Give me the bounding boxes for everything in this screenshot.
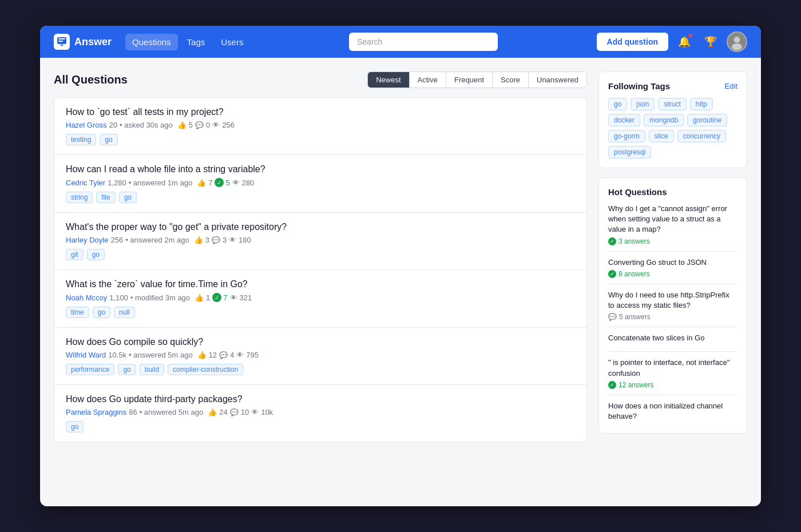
following-tag[interactable]: postgresql: [608, 146, 651, 158]
tag[interactable]: build: [140, 364, 164, 375]
nav-tags[interactable]: Tags: [180, 34, 212, 50]
tab-score[interactable]: Score: [493, 72, 529, 88]
following-tag[interactable]: json: [631, 98, 655, 110]
tag[interactable]: string: [66, 192, 93, 203]
like-count: 7: [208, 178, 212, 187]
tag[interactable]: go: [87, 249, 105, 260]
tab-newest[interactable]: Newest: [368, 72, 409, 88]
comment-count: 4: [230, 351, 234, 359]
nav-questions[interactable]: Questions: [125, 34, 178, 50]
tag[interactable]: go: [119, 192, 137, 203]
question-title[interactable]: How does Go update third-party packages?: [66, 394, 575, 404]
view-count: 321: [240, 293, 252, 302]
question-title[interactable]: How does Go compile so quickly?: [66, 337, 575, 347]
hot-question-title[interactable]: Converting Go struct to JSON: [608, 257, 737, 268]
following-tag[interactable]: go-gorm: [608, 130, 645, 142]
question-author[interactable]: Hazel Gross: [66, 121, 107, 129]
search-input[interactable]: [349, 33, 498, 51]
tab-unanswered[interactable]: Unanswered: [529, 72, 586, 88]
header: Answer Questions Tags Users Add question…: [40, 26, 761, 58]
following-tag[interactable]: http: [690, 98, 713, 110]
view-count: 256: [222, 121, 235, 129]
hot-question-item: Why do I need to use http.StripPrefix to…: [608, 284, 737, 327]
meta-separator: • asked 30s ago: [120, 121, 173, 129]
tag[interactable]: performance: [66, 364, 114, 375]
hot-answer-label: 12 answers: [618, 381, 653, 389]
question-author[interactable]: Cedric Tyler: [66, 178, 105, 187]
question-item: How does Go compile so quickly? Wilfrid …: [54, 328, 586, 385]
tag[interactable]: go: [93, 307, 110, 318]
logo[interactable]: Answer: [54, 34, 112, 50]
filter-tabs: Newest Active Frequent Score Unanswered: [367, 72, 587, 88]
eye-icon: 👁: [236, 351, 244, 359]
hot-question-title[interactable]: " is pointer to interface, not interface…: [608, 358, 737, 378]
hot-questions-card: Hot Questions Why do I get a "cannot ass…: [598, 177, 747, 434]
search-wrap: [264, 33, 582, 51]
notifications-button[interactable]: 🔔: [674, 31, 695, 52]
tag[interactable]: go: [100, 134, 117, 145]
avatar[interactable]: [727, 31, 747, 52]
nav-users[interactable]: Users: [214, 34, 250, 50]
tag[interactable]: null: [114, 307, 135, 318]
tag[interactable]: time: [66, 307, 89, 318]
tag[interactable]: go: [118, 364, 136, 375]
eye-icon: 👁: [251, 408, 259, 416]
following-tag[interactable]: go: [608, 98, 627, 110]
question-item: How does Go update third-party packages?…: [54, 385, 586, 442]
hot-answer-count: ✓ 8 answers: [608, 270, 737, 278]
tag[interactable]: file: [96, 192, 115, 203]
questions-list: How to `go test` all tests in my project…: [54, 97, 587, 442]
author-score: 1,280: [108, 178, 126, 187]
hot-questions-title: Hot Questions: [608, 187, 667, 197]
tag[interactable]: testing: [66, 134, 96, 145]
following-tag[interactable]: docker: [608, 114, 640, 126]
tag[interactable]: git: [66, 249, 84, 260]
like-count: 5: [189, 121, 193, 129]
hot-question-title[interactable]: Concatenate two slices in Go: [608, 333, 737, 343]
question-title[interactable]: What's the proper way to "go get" a priv…: [66, 222, 575, 232]
sidebar: Following Tags Edit gojsonstructhttpdock…: [598, 72, 747, 443]
question-title[interactable]: How to `go test` all tests in my project…: [66, 107, 575, 117]
spacer: 👍: [194, 236, 203, 244]
following-tag[interactable]: struct: [658, 98, 686, 110]
question-author[interactable]: Noah Mccoy: [66, 293, 107, 302]
tag[interactable]: go: [66, 421, 84, 432]
question-author[interactable]: Wilfrid Ward: [66, 351, 106, 359]
following-tag[interactable]: mongodb: [644, 114, 684, 126]
hot-question-title[interactable]: Why do I need to use http.StripPrefix to…: [608, 290, 737, 311]
question-author[interactable]: Pamela Spraggins: [66, 408, 126, 416]
question-author[interactable]: Harley Doyle: [66, 236, 108, 244]
hot-question-title[interactable]: How does a non initialized channel behav…: [608, 401, 737, 422]
tab-active[interactable]: Active: [410, 72, 446, 88]
question-title[interactable]: How can I read a whole file into a strin…: [66, 164, 575, 174]
edit-tags-link[interactable]: Edit: [725, 82, 737, 90]
question-tags: timegonull: [66, 307, 575, 318]
question-title[interactable]: What is the `zero` value for time.Time i…: [66, 279, 575, 289]
trophy-button[interactable]: 🏆: [700, 31, 721, 52]
trophy-icon: 🏆: [704, 35, 717, 48]
hot-question-item: Why do I get a "cannot assign" error whe…: [608, 204, 737, 252]
view-count: 180: [239, 236, 251, 244]
like-count: 1: [206, 293, 210, 302]
meta-separator: • answered 1m ago: [129, 178, 193, 187]
following-tag[interactable]: slice: [649, 130, 674, 142]
question-tags: performancegobuildcomplier-construction: [66, 364, 575, 375]
hot-answer-label: 8 answers: [618, 270, 650, 278]
hot-question-title[interactable]: Why do I get a "cannot assign" error whe…: [608, 204, 737, 235]
add-question-button[interactable]: Add question: [597, 33, 668, 51]
author-score: 10.5k: [108, 351, 126, 359]
hot-answer-label: 5 answers: [619, 313, 651, 321]
check-circle-icon: ✓: [608, 270, 616, 278]
author-score: 20: [109, 121, 117, 129]
answer-count: ✓ 7: [212, 293, 227, 302]
spacer: 👍: [197, 178, 206, 187]
tab-frequent[interactable]: Frequent: [446, 72, 493, 88]
hot-question-item: How does a non initialized channel behav…: [608, 395, 737, 422]
content-area: All Questions Newest Active Frequent Sco…: [54, 72, 587, 443]
comment-icon: 💬: [212, 236, 220, 244]
tag[interactable]: complier-construction: [168, 364, 243, 375]
hot-answer-label: 3 answers: [618, 237, 650, 245]
author-score: 256: [110, 236, 123, 244]
following-tag[interactable]: concurrency: [677, 130, 726, 142]
following-tag[interactable]: goroutine: [687, 114, 727, 126]
